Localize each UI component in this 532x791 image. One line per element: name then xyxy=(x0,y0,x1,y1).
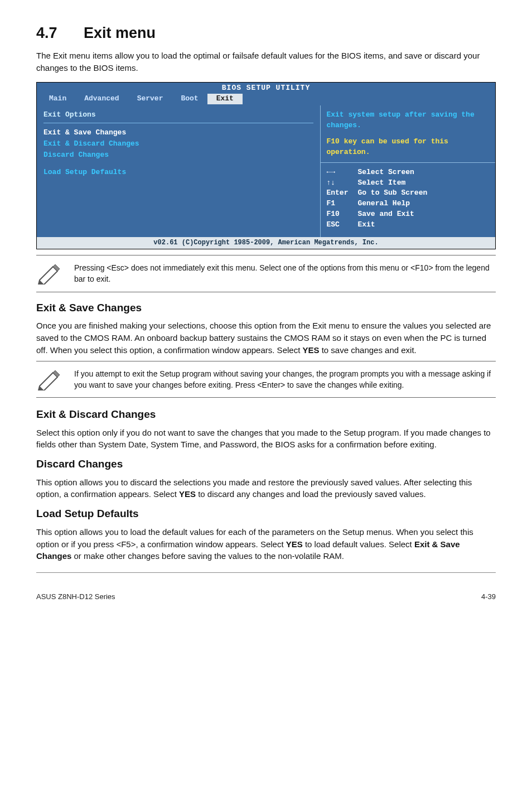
bios-screenshot: BIOS SETUP UTILITY Main Advanced Server … xyxy=(36,82,496,250)
heading-defaults: Load Setup Defaults xyxy=(36,506,496,522)
body-defaults: This option allows you to load the defau… xyxy=(36,526,496,562)
nav-key: ↑↓ xyxy=(326,178,357,189)
bios-item-discard[interactable]: Discard Changes xyxy=(43,150,313,161)
bios-item-exit-save[interactable]: Exit & Save Changes xyxy=(43,128,313,138)
heading-exit-save: Exit & Save Changes xyxy=(36,300,496,316)
nav-key: ESC xyxy=(326,220,357,230)
bios-help-text: Exit system setup after saving the chang… xyxy=(321,105,495,162)
nav-key: F10 xyxy=(326,209,357,220)
pencil-icon xyxy=(36,262,62,284)
bios-tab-advanced[interactable]: Advanced xyxy=(75,94,128,104)
nav-label: Exit xyxy=(357,220,375,230)
bios-help-line2: F10 key can be used for this operation. xyxy=(326,137,490,158)
intro-paragraph: The Exit menu items allow you to load th… xyxy=(36,50,496,74)
bios-left-pane: Exit Options Exit & Save Changes Exit & … xyxy=(37,105,320,237)
bios-footer: v02.61 (C)Copyright 1985-2009, American … xyxy=(37,237,495,249)
bios-titlebar: BIOS SETUP UTILITY xyxy=(37,83,495,94)
bios-tab-main[interactable]: Main xyxy=(40,94,75,104)
bios-item-exit-discard[interactable]: Exit & Discard Changes xyxy=(43,139,313,149)
page-footer: ASUS Z8NH-D12 Series 4-39 xyxy=(36,592,496,602)
nav-label: Select Item xyxy=(357,178,405,189)
note-block-2: If you attempt to exit the Setup program… xyxy=(36,361,496,398)
bios-tab-server[interactable]: Server xyxy=(128,94,172,104)
nav-label: Select Screen xyxy=(357,167,414,178)
body-exit-save: Once you are finished making your select… xyxy=(36,320,496,356)
section-title-text: Exit menu xyxy=(84,25,156,41)
bios-tab-boot[interactable]: Boot xyxy=(172,94,207,104)
nav-label: Go to Sub Screen xyxy=(357,188,427,199)
bios-left-heading: Exit Options xyxy=(43,110,313,120)
body-discard: This option allows you to discard the se… xyxy=(36,476,496,501)
nav-key: ←→ xyxy=(326,167,357,178)
nav-label: Save and Exit xyxy=(357,209,414,220)
note-text-2: If you attempt to exit the Setup program… xyxy=(74,368,496,391)
heading-discard: Discard Changes xyxy=(36,456,496,472)
bios-divider xyxy=(43,123,313,123)
note-block-1: Pressing <Esc> does not immediately exit… xyxy=(36,255,496,292)
bios-item-load-defaults[interactable]: Load Setup Defaults xyxy=(43,167,313,178)
note-text-1: Pressing <Esc> does not immediately exit… xyxy=(74,262,496,285)
nav-key: F1 xyxy=(326,199,357,209)
section-heading: 4.7Exit menu xyxy=(36,22,496,44)
body-exit-discard: Select this option only if you do not wa… xyxy=(36,427,496,451)
footer-right: 4-39 xyxy=(481,592,496,602)
nav-label: General Help xyxy=(357,199,410,209)
bios-tab-exit[interactable]: Exit xyxy=(207,94,243,104)
nav-key: Enter xyxy=(326,188,357,199)
bios-help-line1: Exit system setup after saving the chang… xyxy=(326,110,490,131)
footer-left: ASUS Z8NH-D12 Series xyxy=(36,592,115,602)
pencil-icon xyxy=(36,368,62,390)
section-number: 4.7 xyxy=(36,22,84,44)
bios-nav-legend: ←→Select Screen ↑↓Select Item EnterGo to… xyxy=(321,162,495,237)
bios-tab-row: Main Advanced Server Boot Exit xyxy=(37,94,495,105)
bios-right-pane: Exit system setup after saving the chang… xyxy=(320,105,495,237)
heading-exit-discard: Exit & Discard Changes xyxy=(36,407,496,422)
